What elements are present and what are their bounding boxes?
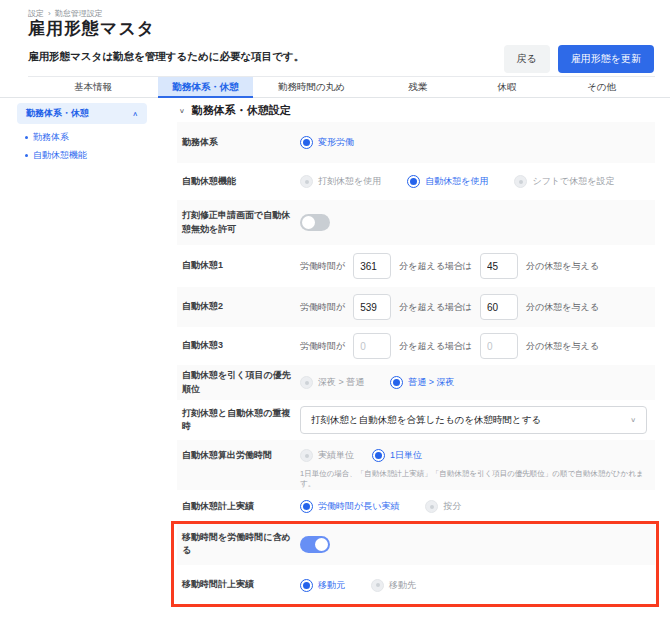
radio-option-longer-work[interactable]: 労働時間が長い実績 xyxy=(300,500,399,513)
sidebar-item-work-system[interactable]: 勤務体系 xyxy=(25,131,147,144)
page-title: 雇用形態マスタ xyxy=(28,17,155,40)
radio-option-actual-unit[interactable]: 実績単位 xyxy=(300,449,354,462)
row-stamp-correction-allow: 打刻修正申請画面で自動休憩無効を許可 xyxy=(177,200,655,245)
sentence-middle: 分を超える場合は xyxy=(399,340,472,353)
header-actions: 戻る 雇用形態を更新 xyxy=(504,45,654,73)
row-label: 勤務体系 xyxy=(182,136,297,150)
radio-selected-icon xyxy=(300,579,313,592)
radio-option-night-first[interactable]: 深夜 > 普通 xyxy=(300,376,364,389)
row-label: 移動時間を労働時間に含める xyxy=(182,531,297,558)
sentence-prefix: 労働時間が xyxy=(300,340,345,353)
threshold-minutes-input-2[interactable] xyxy=(353,294,391,320)
sentence-suffix: 分の休憩を与える xyxy=(526,301,599,314)
row-label: 自動休憩機能 xyxy=(182,175,297,189)
radio-unselected-icon xyxy=(514,175,527,188)
radio-selected-icon xyxy=(372,449,385,462)
row-label: 自動休憩を引く項目の優先順位 xyxy=(182,369,297,396)
radio-unselected-icon xyxy=(300,376,313,389)
sentence-prefix: 労働時間が xyxy=(300,260,345,273)
radio-option-normal-first[interactable]: 普通 > 深夜 xyxy=(390,376,454,389)
radio-unselected-icon xyxy=(425,500,438,513)
sentence-middle: 分を超える場合は xyxy=(399,260,472,273)
settings-form: 勤務体系 変形労働 自動休憩機能 打刻休憩を使用 自動休憩を使用 xyxy=(177,122,655,605)
sidebar-item-label: 自動休憩機能 xyxy=(33,149,87,162)
row-work-system: 勤務体系 変形労働 xyxy=(177,122,655,163)
break-minutes-input-1[interactable] xyxy=(480,253,518,279)
bullet-icon xyxy=(25,136,28,139)
helper-text: 1日単位の場合、「自動休憩計上実績」「自動休憩を引く項目の優先順位」の順で自動休… xyxy=(300,469,647,489)
break-overlap-select[interactable]: 打刻休憩と自動休憩を合算したものを休憩時間とする ∨ xyxy=(300,406,647,434)
sidebar-item-auto-break[interactable]: 自動休憩機能 xyxy=(25,149,147,162)
radio-unselected-icon xyxy=(300,449,313,462)
sidebar-group-label: 勤務体系・休憩 xyxy=(26,107,89,120)
page-description: 雇用形態マスタは勤怠を管理するために必要な項目です。 xyxy=(28,50,304,64)
sidebar-item-label: 勤務体系 xyxy=(33,131,69,144)
radio-selected-icon xyxy=(300,136,313,149)
radio-option-travel-destination[interactable]: 移動先 xyxy=(371,579,416,592)
threshold-minutes-input-3[interactable] xyxy=(353,333,391,359)
row-break-record: 自動休憩計上実績 労働時間が長い実績 按分 xyxy=(177,490,655,523)
radio-option-prorated[interactable]: 按分 xyxy=(425,500,461,513)
radio-option-shift-break[interactable]: シフトで休憩を設定 xyxy=(514,175,614,188)
sentence-prefix: 労働時間が xyxy=(300,301,345,314)
row-label: 自動休憩2 xyxy=(182,300,297,314)
toggle-knob xyxy=(302,216,315,229)
radio-option-stamp-break[interactable]: 打刻休憩を使用 xyxy=(300,175,381,188)
radio-unselected-icon xyxy=(300,175,313,188)
radio-option-daily-unit[interactable]: 1日単位 xyxy=(372,449,422,462)
row-label: 自動休憩算出労働時間 xyxy=(182,449,297,463)
tab-work-system-break[interactable]: 勤務体系・休憩 xyxy=(158,77,253,98)
radio-selected-icon xyxy=(390,376,403,389)
tab-time-rounding[interactable]: 勤務時間の丸め xyxy=(253,77,370,98)
tab-basic-info[interactable]: 基本情報 xyxy=(28,77,158,98)
sentence-suffix: 分の休憩を与える xyxy=(526,340,599,353)
radio-selected-icon xyxy=(407,175,420,188)
row-auto-break-feature: 自動休憩機能 打刻休憩を使用 自動休憩を使用 シフトで休憩を設定 xyxy=(177,163,655,200)
row-auto-break-2: 自動休憩2 労働時間が 分を超える場合は 分の休憩を与える xyxy=(177,287,655,327)
break-minutes-input-3[interactable] xyxy=(480,333,518,359)
row-label: 打刻修正申請画面で自動休憩無効を許可 xyxy=(182,209,297,236)
sidebar: 勤務体系・休憩 ∧ 勤務体系 自動休憩機能 xyxy=(17,103,147,162)
threshold-minutes-input-1[interactable] xyxy=(353,253,391,279)
tab-others[interactable]: その他 xyxy=(548,77,655,98)
tab-overtime[interactable]: 残業 xyxy=(370,77,466,98)
break-minutes-input-2[interactable] xyxy=(480,294,518,320)
chevron-down-icon: ∨ xyxy=(630,416,636,423)
section-title: 勤務体系・休憩設定 xyxy=(192,103,291,118)
back-button[interactable]: 戻る xyxy=(504,45,550,73)
row-break-priority: 自動休憩を引く項目の優先順位 深夜 > 普通 普通 > 深夜 xyxy=(177,365,655,400)
sidebar-group-work-system-break[interactable]: 勤務体系・休憩 ∧ xyxy=(17,103,147,124)
row-label: 自動休憩3 xyxy=(182,339,297,353)
row-auto-break-3: 自動休憩3 労働時間が 分を超える場合は 分の休憩を与える xyxy=(177,327,655,365)
row-label: 自動休憩1 xyxy=(182,259,297,273)
bullet-icon xyxy=(25,154,28,157)
row-auto-break-1: 自動休憩1 労働時間が 分を超える場合は 分の休憩を与える xyxy=(177,245,655,287)
radio-option-henkei-roudou[interactable]: 変形労働 xyxy=(300,136,354,149)
sentence-middle: 分を超える場合は xyxy=(399,301,472,314)
row-label: 移動時間計上実績 xyxy=(182,578,297,592)
travel-time-toggle[interactable] xyxy=(300,536,330,553)
tab-leave[interactable]: 休暇 xyxy=(466,77,548,98)
row-break-calc-time: 自動休憩算出労働時間 実績単位 1日単位 1日単位の場合、「自動休憩計上実績」「… xyxy=(177,440,655,490)
row-travel-time-record: 移動時間計上実績 移動元 移動先 xyxy=(177,565,655,605)
row-label: 打刻休憩と自動休憩の重複時 xyxy=(182,407,297,434)
sentence-suffix: 分の休憩を与える xyxy=(526,260,599,273)
radio-selected-icon xyxy=(300,500,313,513)
row-travel-time-include: 移動時間を労働時間に含める xyxy=(177,523,655,565)
select-value: 打刻休憩と自動休憩を合算したものを休憩時間とする xyxy=(311,414,541,427)
row-label: 自動休憩計上実績 xyxy=(182,500,297,514)
sidebar-items: 勤務体系 自動休憩機能 xyxy=(17,131,147,162)
update-employment-type-button[interactable]: 雇用形態を更新 xyxy=(558,45,654,73)
radio-unselected-icon xyxy=(371,579,384,592)
section-header[interactable]: ∨ 勤務体系・休憩設定 xyxy=(179,103,291,118)
chevron-up-icon: ∧ xyxy=(132,110,138,117)
radio-option-travel-origin[interactable]: 移動元 xyxy=(300,579,345,592)
row-break-overlap: 打刻休憩と自動休憩の重複時 打刻休憩と自動休憩を合算したものを休憩時間とする ∨ xyxy=(177,400,655,440)
radio-option-auto-break[interactable]: 自動休憩を使用 xyxy=(407,175,488,188)
chevron-down-icon: ∨ xyxy=(179,107,185,114)
toggle-knob xyxy=(315,538,328,551)
employment-type-master-page: 設定 › 勤怠管理設定 雇用形態マスタ 雇用形態マスタは勤怠を管理するために必要… xyxy=(0,0,670,620)
auto-break-disable-toggle[interactable] xyxy=(300,214,330,231)
tab-bar: 基本情報 勤務体系・休憩 勤務時間の丸め 残業 休暇 その他 xyxy=(28,76,655,98)
